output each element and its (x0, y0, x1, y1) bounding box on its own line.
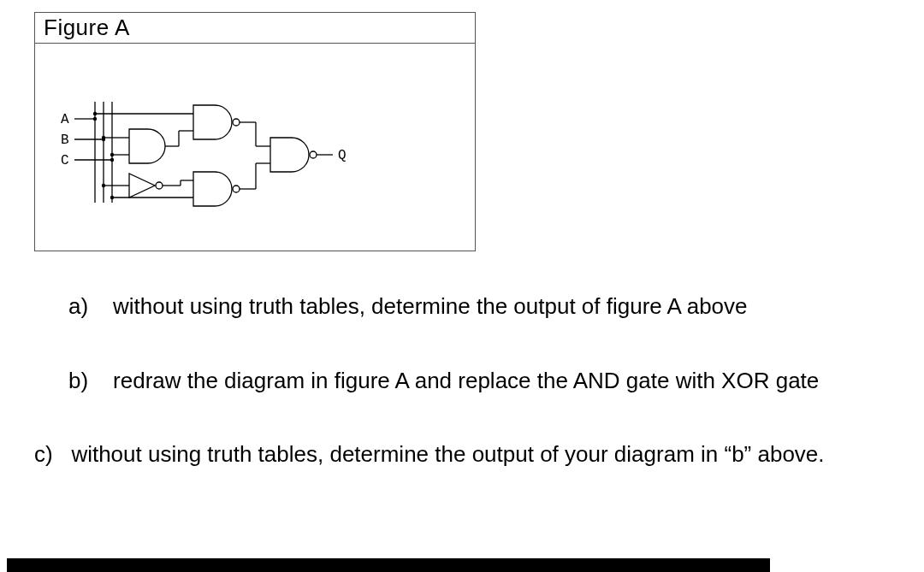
nand-gate-upper (193, 105, 232, 139)
question-a: a) without using truth tables, determine… (34, 292, 898, 321)
question-a-text: without using truth tables, determine th… (113, 293, 747, 319)
input-label-c: C (61, 153, 69, 168)
svg-point-22 (233, 186, 240, 192)
input-label-b: B (61, 133, 69, 148)
figure-a-container: Figure A A B C (34, 12, 476, 251)
nand-gate-lower (193, 172, 232, 206)
not-gate (129, 174, 155, 198)
question-c: c) without using truth tables, determine… (34, 440, 898, 469)
output-label-q: Q (338, 148, 346, 163)
circuit-svg: A B C (35, 44, 475, 251)
input-label-a: A (61, 112, 69, 127)
question-c-label: c) (34, 441, 53, 467)
svg-point-6 (93, 117, 97, 121)
questions-block: a) without using truth tables, determine… (34, 292, 898, 469)
svg-point-27 (110, 196, 114, 199)
question-b-label: b) (68, 368, 88, 393)
svg-point-12 (110, 153, 114, 156)
figure-title: Figure A (35, 13, 475, 44)
svg-point-8 (110, 158, 114, 162)
question-b: b) redraw the diagram in figure A and re… (34, 367, 898, 395)
and-gate-upper (129, 129, 165, 163)
svg-point-15 (102, 184, 105, 187)
question-b-text: redraw the diagram in figure A and repla… (113, 368, 819, 393)
svg-point-28 (310, 151, 317, 158)
svg-point-16 (233, 119, 240, 126)
logic-circuit-diagram: A B C (35, 44, 475, 251)
document-page: Figure A A B C (0, 0, 924, 572)
svg-point-13 (156, 182, 163, 189)
question-a-label: a) (68, 293, 88, 319)
nand-gate-output (270, 138, 309, 172)
svg-point-11 (102, 136, 105, 139)
question-c-text: without using truth tables, determine th… (71, 441, 824, 467)
svg-point-18 (93, 112, 97, 115)
footer-bar (7, 558, 770, 572)
